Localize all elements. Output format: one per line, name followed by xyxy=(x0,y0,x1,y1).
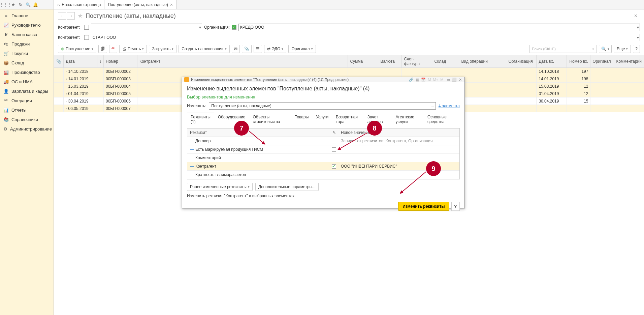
create-based-button[interactable]: Создать на основании▾ xyxy=(179,45,230,53)
min-icon[interactable]: ▭ xyxy=(446,78,451,82)
sidebar-item-warehouse[interactable]: 📦Склад xyxy=(0,58,54,67)
tool-icon[interactable]: 🔗 xyxy=(408,78,414,82)
col-numin[interactable]: Номер вх. xyxy=(567,55,590,68)
col-edit[interactable]: ✎ xyxy=(330,128,338,137)
checkbox[interactable] xyxy=(332,164,336,169)
col-orig[interactable]: Оригинал xyxy=(590,55,614,68)
sidebar-item-hr[interactable]: 👤Зарплата и кадры xyxy=(0,86,54,96)
modal-tab[interactable]: Услуги xyxy=(312,113,332,126)
filter-input-contractor2[interactable]: СТАРТ ООО▾ xyxy=(91,34,640,41)
page-close-button[interactable]: × xyxy=(634,13,640,19)
close-icon[interactable]: ✕ xyxy=(458,78,462,82)
col-sort[interactable]: ↓ xyxy=(97,55,104,68)
table-row[interactable]: ▫ 14.10.201800БП-00000214.10.2018197 xyxy=(54,68,644,75)
clip-button[interactable]: 📎 xyxy=(242,45,252,53)
sidebar-item-reports[interactable]: 📊Отчеты xyxy=(0,105,54,115)
star-icon[interactable]: ★ xyxy=(10,2,16,8)
search-input[interactable]: Поиск (Ctrl+F)× xyxy=(529,45,597,53)
apply-button[interactable]: Изменить реквизиты xyxy=(398,202,449,211)
checkbox[interactable] xyxy=(332,139,336,143)
kt-button[interactable]: ᴬᵏ xyxy=(109,45,117,53)
edo-button[interactable]: ⇄ЭДО▾ xyxy=(264,45,287,53)
filter-checkbox-contractor[interactable] xyxy=(84,25,89,30)
change-input[interactable]: Поступление (акты, накладные)... xyxy=(209,102,436,110)
load-button[interactable]: Загрузить▾ xyxy=(149,45,176,53)
dropdown-icon[interactable]: ▾ xyxy=(637,35,639,40)
copy-button[interactable]: 🗐 xyxy=(98,45,107,53)
modal-tab[interactable]: Реквизиты (1) xyxy=(187,113,214,126)
cal-icon[interactable]: 📅 xyxy=(420,78,426,82)
calc-icon[interactable]: ▦ xyxy=(415,78,420,82)
col-requisite[interactable]: Реквизит xyxy=(187,128,330,137)
col-newvalue[interactable]: Новое значение xyxy=(338,128,459,137)
filter-input-contractor[interactable]: ▾ xyxy=(91,24,202,31)
sidebar-item-bank[interactable]: ₽Банк и касса xyxy=(0,30,54,39)
m-icon[interactable]: M xyxy=(427,78,431,82)
col-optype[interactable]: Вид операции xyxy=(459,55,506,68)
requisite-row[interactable]: ДоговорЗависит от реквизитов: Контрагент… xyxy=(187,137,459,145)
sidebar-item-main[interactable]: ≡Главное xyxy=(0,11,54,20)
col-currency[interactable]: Валюта xyxy=(378,55,402,68)
filter-checkbox-org[interactable] xyxy=(232,25,236,30)
apps-icon[interactable]: ⋮⋮⋮ xyxy=(3,2,9,8)
tab-receipts[interactable]: Поступление (акты, накладные) × xyxy=(104,0,176,9)
filter-input-org[interactable]: КРЕДО ООО▾ xyxy=(238,24,640,31)
sidebar-item-assets[interactable]: 🚚ОС и НМА xyxy=(0,77,54,86)
sidebar-item-operations[interactable]: ᴬᵏОперации xyxy=(0,96,54,105)
col-attach[interactable]: 📎 xyxy=(54,55,64,68)
sidebar-item-admin[interactable]: ⚙Администрирование xyxy=(0,124,54,134)
elements-link[interactable]: 4 элемента xyxy=(439,104,460,108)
max-icon[interactable]: ⬜ xyxy=(451,78,457,82)
history-icon[interactable]: ↻ xyxy=(18,2,24,8)
tab-home[interactable]: ⌂ Начальная страница xyxy=(54,0,104,9)
favorite-icon[interactable]: ★ xyxy=(77,12,83,20)
find-button[interactable]: 🔍▾ xyxy=(599,45,612,53)
modal-tab[interactable]: Товары xyxy=(291,113,312,126)
dropdown-icon[interactable]: ▾ xyxy=(199,25,201,30)
modal-tab[interactable]: Основные средства xyxy=(424,113,460,126)
requisite-row[interactable]: Комментарий xyxy=(187,154,459,162)
search-icon[interactable]: 🔍 xyxy=(25,2,31,8)
clear-icon[interactable]: × xyxy=(592,47,594,51)
checkbox[interactable] xyxy=(332,147,336,152)
sidebar-item-manager[interactable]: 📈Руководителю xyxy=(0,20,54,30)
modal-help-button[interactable]: ? xyxy=(451,202,460,211)
more-button[interactable]: Еще▾ xyxy=(614,45,631,53)
filter-checkbox-contractor2[interactable] xyxy=(84,35,89,40)
col-comment[interactable]: Комментарий xyxy=(614,55,644,68)
sidebar-item-sales[interactable]: 🛍Продажи xyxy=(0,39,54,49)
print-button[interactable]: 🖨Печать▾ xyxy=(119,45,147,53)
col-datein[interactable]: Дата вх. xyxy=(537,55,567,68)
ellipsis-icon[interactable]: ... xyxy=(431,104,434,108)
modal-titlebar[interactable]: Изменение выделенных элементов "Поступле… xyxy=(182,77,464,82)
nav-forward-button[interactable]: → xyxy=(67,12,75,20)
bell-icon[interactable]: 🔔 xyxy=(32,2,38,8)
col-warehouse[interactable]: Склад xyxy=(432,55,459,68)
sidebar-item-production[interactable]: 🏭Производство xyxy=(0,67,54,77)
col-contractor[interactable]: Контрагент xyxy=(137,55,348,68)
col-org[interactable]: Организация xyxy=(506,55,537,68)
original-button[interactable]: Оригинал▾ xyxy=(288,45,316,53)
col-sum[interactable]: Сумма xyxy=(348,55,378,68)
list-button[interactable]: ☰ xyxy=(254,45,262,53)
modal-tab[interactable]: Возвратная тара xyxy=(332,113,364,126)
help-button[interactable]: ? xyxy=(633,45,640,53)
requisite-row[interactable]: Есть маркируемая продукция ГИСМ xyxy=(187,145,459,154)
modal-tab[interactable]: Агентские услуги xyxy=(392,113,424,126)
close-icon[interactable]: × xyxy=(170,2,173,7)
checkbox[interactable] xyxy=(332,156,336,160)
receipt-button[interactable]: ⊕Поступление▾ xyxy=(58,45,96,53)
nav-back-button[interactable]: ← xyxy=(58,12,66,20)
envelope-button[interactable]: ✉ xyxy=(232,45,240,53)
dropdown-icon[interactable]: ▾ xyxy=(637,25,639,30)
sidebar-item-refs[interactable]: 📚Справочники xyxy=(0,115,54,124)
col-date[interactable]: Дата xyxy=(64,55,97,68)
mminus-icon[interactable]: M- xyxy=(440,78,445,82)
checkbox[interactable] xyxy=(332,173,336,177)
prev-changed-button[interactable]: Ранее измененные реквизиты▾ xyxy=(187,183,253,191)
sidebar-item-purchases[interactable]: 🛒Покупки xyxy=(0,49,54,58)
mplus-icon[interactable]: M+ xyxy=(432,78,439,82)
extra-params-button[interactable]: Дополнительные параметры... xyxy=(255,183,319,191)
col-invoice[interactable]: Счет-фактура xyxy=(402,55,432,68)
modal-tab[interactable]: Объекты строительства xyxy=(249,113,291,126)
